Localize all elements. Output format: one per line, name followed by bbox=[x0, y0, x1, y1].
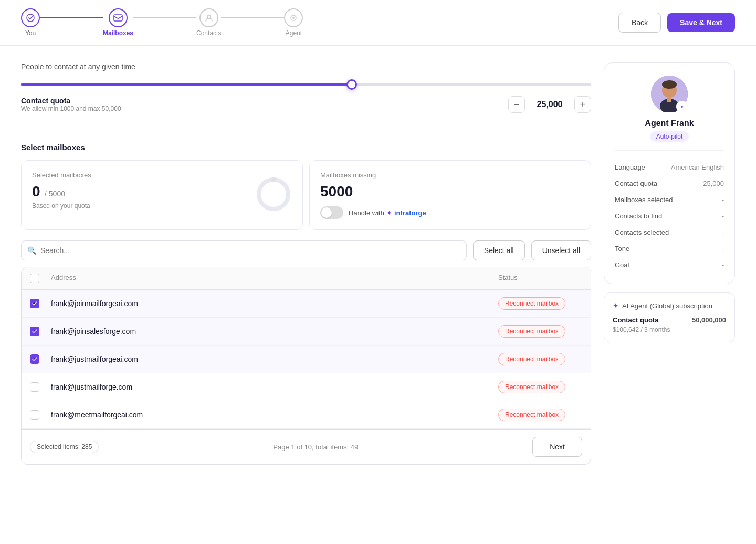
quota-sub: We allow min 1000 and max 50,000 bbox=[21, 105, 121, 112]
search-actions-row: 🔍 Select all Unselect all bbox=[21, 240, 591, 260]
search-icon: 🔍 bbox=[27, 246, 36, 255]
row-3-address: frank@justmailforgeai.com bbox=[51, 355, 498, 363]
row-1-checkbox[interactable] bbox=[30, 299, 39, 308]
infraforge-toggle[interactable] bbox=[320, 206, 343, 219]
goal-label: Goal bbox=[615, 261, 629, 269]
infraforge-icon: ✦ bbox=[386, 209, 392, 217]
subscription-header-text: AI Agent (Global) subscription bbox=[622, 302, 712, 310]
agent-avatar-wrapper: ✦ bbox=[651, 76, 688, 112]
row-2-checkbox[interactable] bbox=[30, 327, 39, 336]
back-button[interactable]: Back bbox=[618, 13, 661, 33]
quota-minus-button[interactable]: − bbox=[508, 96, 525, 113]
table-row: frank@justmailforgeai.com Reconnect mail… bbox=[22, 346, 591, 373]
contacts-selected-label: Contacts selected bbox=[615, 228, 669, 236]
tone-label: Tone bbox=[615, 245, 629, 253]
step-you-icon bbox=[21, 8, 40, 27]
mailboxes-missing-label: Mailboxes missing bbox=[320, 171, 580, 179]
slider-section: People to contact at any given time Cont… bbox=[21, 62, 591, 113]
quota-label-group: Contact quota We allow min 1000 and max … bbox=[21, 97, 121, 112]
quota-row: Contact quota We allow min 1000 and max … bbox=[21, 96, 591, 113]
mailboxes-selected-value: - bbox=[722, 196, 724, 204]
contacts-to-find-value: - bbox=[722, 212, 724, 220]
svg-point-5 bbox=[259, 180, 288, 209]
col-status-header: Status bbox=[498, 274, 582, 283]
step-contacts[interactable]: Contacts bbox=[196, 8, 221, 37]
row-3-status-badge: Reconnect mailbox bbox=[498, 353, 565, 365]
quota-plus-button[interactable]: + bbox=[574, 96, 591, 113]
contact-quota-label: Contact quota bbox=[615, 180, 657, 187]
step-agent[interactable]: Agent bbox=[284, 8, 303, 37]
row-1-address: frank@joinmailforgeai.com bbox=[51, 299, 498, 308]
main-layout: People to contact at any given time Cont… bbox=[0, 46, 756, 482]
connector-1 bbox=[40, 17, 103, 18]
slider-thumb[interactable] bbox=[346, 79, 357, 90]
next-button[interactable]: Next bbox=[532, 437, 582, 457]
mailboxes-missing-card: Mailboxes missing 5000 Handle with ✦ inf… bbox=[309, 160, 591, 230]
left-panel: People to contact at any given time Cont… bbox=[21, 62, 591, 465]
selected-count-value: 0 bbox=[32, 183, 40, 200]
step-you[interactable]: You bbox=[21, 8, 40, 37]
tone-row: Tone - bbox=[615, 240, 724, 257]
tone-value: - bbox=[722, 245, 724, 253]
slider-fill bbox=[21, 83, 352, 86]
slider-title: People to contact at any given time bbox=[21, 62, 591, 71]
step-you-label: You bbox=[25, 29, 36, 37]
language-label: Language bbox=[615, 163, 645, 171]
selected-items-badge: Selected items: 285 bbox=[30, 441, 99, 453]
right-panel: ✦ Agent Frank Auto-pilot Language Americ… bbox=[604, 62, 735, 342]
row-4-checkbox[interactable] bbox=[30, 382, 39, 392]
row-5-checkbox[interactable] bbox=[30, 410, 39, 420]
row-1-status-badge: Reconnect mailbox bbox=[498, 297, 565, 310]
mailboxes-selected-row: Mailboxes selected - bbox=[615, 192, 724, 208]
table-footer: Selected items: 285 Page 1 of 10, total … bbox=[22, 429, 591, 464]
row-3-checkbox[interactable] bbox=[30, 354, 39, 364]
pagination-info: Page 1 of 10, total items: 49 bbox=[273, 443, 358, 451]
subscription-header: ✦ AI Agent (Global) subscription bbox=[613, 301, 726, 310]
infraforge-brand: infraforge bbox=[394, 209, 426, 217]
subscription-icon: ✦ bbox=[613, 301, 619, 310]
selected-total: / 5000 bbox=[45, 190, 65, 198]
selected-mailboxes-card: Selected mailboxes 0 / 5000 Based on you… bbox=[21, 160, 303, 230]
toggle-knob bbox=[321, 207, 332, 218]
svg-point-9 bbox=[662, 80, 677, 89]
subscription-card: ✦ AI Agent (Global) subscription Contact… bbox=[604, 292, 735, 342]
handle-text: Handle with bbox=[349, 209, 384, 217]
step-agent-icon bbox=[284, 8, 303, 27]
mailbox-section-title: Select mailboxes bbox=[21, 143, 591, 152]
row-2-status-badge: Reconnect mailbox bbox=[498, 325, 565, 338]
svg-rect-11 bbox=[667, 97, 671, 102]
select-all-checkbox[interactable] bbox=[30, 274, 39, 283]
mailbox-cards: Selected mailboxes 0 / 5000 Based on you… bbox=[21, 160, 591, 230]
select-all-button[interactable]: Select all bbox=[473, 240, 525, 260]
step-agent-label: Agent bbox=[286, 29, 302, 37]
row-5-status: Reconnect mailbox bbox=[498, 409, 582, 421]
save-next-button[interactable]: Save & Next bbox=[667, 13, 735, 32]
col-address-header: Address bbox=[51, 274, 498, 283]
table-row: frank@justmailforge.com Reconnect mailbo… bbox=[22, 373, 591, 401]
agent-badge-icon: ✦ bbox=[676, 101, 688, 112]
search-wrapper: 🔍 bbox=[21, 240, 467, 260]
subscription-quota-label: Contact quota bbox=[613, 316, 658, 324]
unselect-all-button[interactable]: Unselect all bbox=[531, 240, 591, 260]
agent-info: Language American English Contact quota … bbox=[615, 159, 724, 273]
divider-1 bbox=[21, 130, 591, 130]
mailbox-section: Select mailboxes Selected mailboxes 0 / … bbox=[21, 143, 591, 465]
agent-card: ✦ Agent Frank Auto-pilot Language Americ… bbox=[604, 62, 735, 284]
toggle-row: Handle with ✦ infraforge bbox=[320, 206, 580, 219]
steps-nav: You Mailboxes bbox=[21, 8, 303, 37]
subscription-quota-row: Contact quota 50,000,000 bbox=[613, 316, 726, 324]
step-mailboxes[interactable]: Mailboxes bbox=[103, 8, 133, 37]
search-input[interactable] bbox=[21, 240, 467, 260]
subscription-billing: $100,642 / 3 months bbox=[613, 326, 726, 333]
slider-track-wrapper bbox=[21, 79, 591, 90]
connector-2 bbox=[133, 17, 196, 18]
svg-point-4 bbox=[292, 17, 295, 19]
quota-stepper: − 25,000 + bbox=[508, 96, 591, 113]
step-contacts-label: Contacts bbox=[196, 29, 221, 37]
row-4-status-badge: Reconnect mailbox bbox=[498, 381, 565, 393]
agent-name: Agent Frank bbox=[615, 119, 724, 128]
mailboxes-missing-value: 5000 bbox=[320, 183, 580, 200]
step-mailboxes-icon bbox=[109, 8, 128, 27]
svg-rect-1 bbox=[114, 15, 122, 21]
contacts-selected-row: Contacts selected - bbox=[615, 224, 724, 240]
